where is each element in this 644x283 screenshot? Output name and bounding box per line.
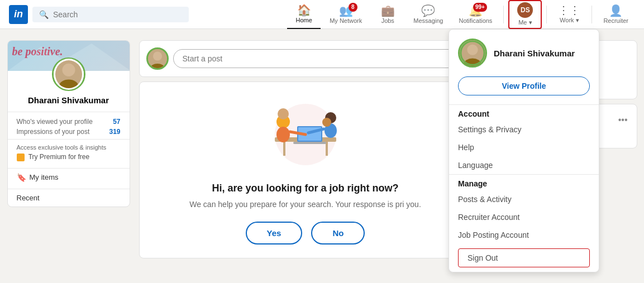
work-label: Work ▾ [560, 17, 579, 24]
post-input[interactable] [173, 49, 465, 68]
view-profile-button[interactable]: View Profile [458, 76, 590, 95]
help-item[interactable]: Help [449, 138, 599, 156]
profile-views-label: Who's viewed your profile [17, 118, 93, 126]
nav-home[interactable]: 🏠 Home [287, 0, 321, 29]
work-icon: ⋮⋮ [558, 4, 580, 16]
svg-point-24 [467, 45, 478, 55]
recruiter-icon: 👤 [609, 5, 623, 16]
dropdown-user-name: Dharani Shivakumar [494, 49, 575, 58]
premium-link[interactable]: Try Premium for free [17, 153, 121, 161]
left-sidebar: be positive. [7, 40, 130, 263]
settings-privacy-item[interactable]: Settings & Privacy [449, 121, 599, 138]
notifications-label: Notifications [459, 17, 492, 24]
nav-divider [503, 6, 504, 23]
my-items[interactable]: 🔖 My items [8, 168, 130, 189]
recruiter-account-item[interactable]: Recruiter Account [449, 208, 599, 226]
recruiter-label: Recruiter [603, 17, 628, 24]
job-card: Hi, are you looking for a job right now?… [139, 81, 472, 258]
nav-divider-2 [546, 6, 547, 23]
center-feed: Hi, are you looking for a job right now?… [139, 40, 472, 263]
profile-views-value: 57 [113, 118, 120, 126]
dropdown-avatar [458, 39, 487, 68]
my-network-icon: 👥8 [339, 5, 353, 16]
profile-views-row: Who's viewed your profile 57 [17, 117, 121, 127]
job-illustration [153, 95, 458, 174]
svg-point-20 [322, 118, 331, 127]
my-network-badge: 8 [349, 3, 357, 12]
nav-notifications[interactable]: 🔔99+ Notifications [452, 0, 499, 29]
premium-icon [17, 154, 25, 161]
premium-section: Access exclusive tools & insights Try Pr… [8, 139, 130, 168]
nav-messaging[interactable]: 💬 Messaging [407, 0, 450, 29]
recent-label: Recent [17, 194, 40, 202]
job-buttons: Yes No [153, 222, 458, 244]
manage-section-title: Manage [449, 174, 599, 190]
messaging-label: Messaging [413, 17, 443, 24]
post-impressions-label: Impressions of your post [17, 128, 90, 136]
job-description: We can help you prepare for your search.… [153, 199, 458, 210]
post-box [139, 40, 472, 77]
bookmark-icon: 🔖 [17, 173, 26, 182]
notifications-badge: 99+ [473, 3, 487, 12]
profile-avatar [54, 59, 84, 90]
me-label: Me ▾ [518, 19, 532, 26]
me-dropdown: Dharani Shivakumar View Profile Account … [449, 29, 599, 263]
profile-stats: Who's viewed your profile 57 Impressions… [8, 112, 130, 139]
jobs-label: Jobs [381, 17, 394, 24]
svg-point-3 [59, 80, 78, 90]
notifications-icon: 🔔99+ [469, 5, 483, 16]
yes-button[interactable]: Yes [246, 222, 303, 244]
nav-work[interactable]: ⋮⋮ Work ▾ [551, 0, 587, 29]
sign-out-button[interactable]: Sign Out [458, 248, 590, 263]
profile-avatar-ring [52, 57, 85, 91]
posts-activity-item[interactable]: Posts & Activity [449, 190, 599, 208]
svg-point-16 [276, 127, 290, 142]
svg-point-4 [62, 64, 75, 76]
profile-name: Dharani Shivakumar [8, 91, 130, 107]
job-posting-item[interactable]: Job Posting Account [449, 226, 599, 244]
home-label: Home [296, 17, 312, 23]
job-title: Hi, are you looking for a job right now? [153, 183, 458, 194]
profile-card: be positive. [7, 40, 130, 207]
svg-rect-14 [293, 142, 326, 144]
recent-section: Recent [8, 189, 130, 207]
logo-text: in [14, 8, 23, 20]
search-input[interactable] [53, 10, 182, 19]
my-items-label: My items [30, 173, 59, 181]
premium-link-label: Try Premium for free [28, 153, 90, 161]
nav-jobs[interactable]: 💼 Jobs [371, 0, 404, 29]
messaging-icon: 💬 [421, 5, 435, 16]
search-box[interactable]: 🔍 [32, 7, 189, 22]
post-avatar [146, 47, 169, 70]
svg-rect-10 [283, 142, 285, 156]
account-section-title: Account [449, 104, 599, 121]
svg-rect-11 [326, 142, 328, 156]
nav-my-network[interactable]: 👥8 My Network [323, 0, 369, 29]
jobs-icon: 💼 [381, 5, 395, 16]
home-icon: 🏠 [297, 4, 311, 16]
search-icon: 🔍 [39, 10, 49, 19]
profile-avatar-wrap [8, 57, 130, 91]
no-button[interactable]: No [311, 222, 365, 244]
dropdown-header: Dharani Shivakumar [449, 30, 599, 76]
nav-recruiter[interactable]: 👤 Recruiter [597, 0, 635, 29]
language-item[interactable]: Language [449, 156, 599, 174]
post-impressions-value: 319 [109, 128, 120, 136]
nav-divider-3 [591, 6, 592, 23]
my-network-label: My Network [330, 17, 362, 24]
svg-point-17 [278, 108, 289, 119]
nav-me[interactable]: DS Me ▾ [508, 0, 542, 29]
linkedin-logo[interactable]: in [9, 5, 28, 24]
me-avatar: DS [517, 2, 533, 18]
premium-text: Access exclusive tools & insights [17, 144, 121, 151]
post-impressions-row: Impressions of your post 319 [17, 127, 121, 137]
more-options-icon[interactable]: ••• [618, 115, 628, 125]
nav-items: 🏠 Home 👥8 My Network 💼 Jobs 💬 Messaging … [287, 0, 635, 29]
navbar: in 🔍 🏠 Home 👥8 My Network 💼 Jobs 💬 Messa… [0, 0, 644, 29]
svg-point-6 [152, 51, 161, 60]
